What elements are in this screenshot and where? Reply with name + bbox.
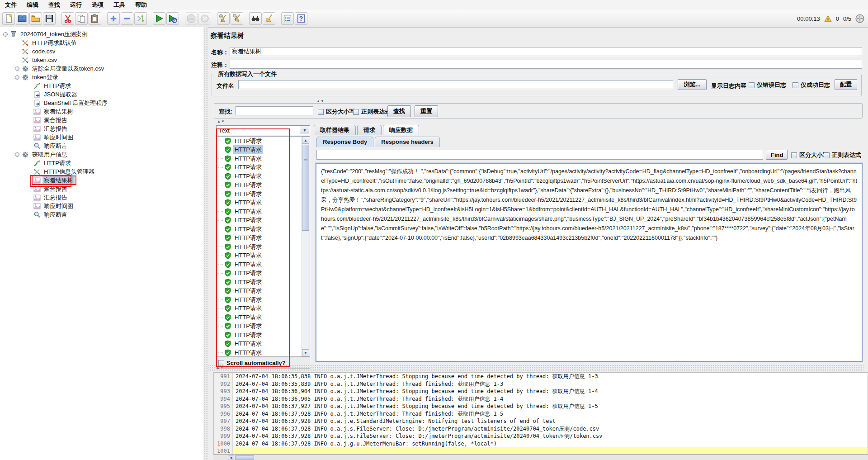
result-sample[interactable]: HTTP请求 <box>217 137 310 146</box>
menu-item[interactable]: 查找 <box>43 0 65 10</box>
toolbar-button[interactable] <box>231 12 243 25</box>
result-sample[interactable]: HTTP请求 <box>217 172 310 181</box>
scroll-up-icon[interactable]: ▲ <box>302 137 309 144</box>
response-body[interactable]: {"resCode":"200","resMsg":"操作成功！ ","resD… <box>316 163 863 362</box>
result-sample[interactable]: HTTP请求 <box>217 242 310 251</box>
splitter-editor-search[interactable]: ▲▼ <box>208 99 863 103</box>
log-horizontal-scrollbar[interactable]: ◀ <box>213 455 868 460</box>
tree-node[interactable]: 聚合报告 <box>0 185 203 193</box>
expander-handle-icon[interactable] <box>2 30 9 38</box>
response-subtab[interactable]: Response headers <box>375 137 440 147</box>
toolbar-button[interactable] <box>121 12 133 25</box>
main-splitter[interactable] <box>203 27 208 460</box>
result-sample[interactable]: HTTP请求 <box>217 163 310 172</box>
viewer-tab[interactable]: 请求 <box>357 125 382 135</box>
tree-node[interactable]: 汇总报告 <box>0 124 203 133</box>
result-sample[interactable]: HTTP请求 <box>217 331 310 340</box>
result-sample[interactable]: HTTP请求 <box>217 304 310 313</box>
tree-node[interactable]: HTTP请求 <box>0 159 203 167</box>
regex-checkbox[interactable]: 正则表达式 <box>353 108 391 116</box>
tree-node[interactable]: JSON提取器 <box>0 90 203 99</box>
tree-node[interactable]: BeanShell 后置处理程序 <box>0 99 203 107</box>
find-input[interactable] <box>316 150 763 160</box>
tree-node[interactable]: token.csv <box>0 56 203 64</box>
tree-node[interactable]: 察看结果树 <box>0 176 203 185</box>
configure-button[interactable]: 配置 <box>835 79 857 90</box>
splitter-arrows-icon[interactable]: ▲▼ <box>216 365 224 370</box>
browse-button[interactable]: 浏览... <box>678 79 707 90</box>
result-sample[interactable]: HTTP请求 <box>217 199 310 208</box>
toolbar-button[interactable] <box>134 12 147 25</box>
toolbar-button[interactable] <box>185 12 198 25</box>
errors-only-checkbox[interactable]: 仅错误日志 <box>749 81 786 89</box>
success-only-checkbox[interactable]: 仅成功日志 <box>793 81 830 89</box>
menu-item[interactable]: 工具 <box>108 0 130 10</box>
tree-node[interactable]: 聚合报告 <box>0 116 203 124</box>
toolbar-button[interactable] <box>198 12 211 25</box>
search-reset-button[interactable]: 重置 <box>415 105 438 117</box>
menu-item[interactable]: 选项 <box>87 0 108 10</box>
expander-handle-icon[interactable] <box>14 73 21 81</box>
result-sample[interactable]: HTTP请求 <box>217 260 310 269</box>
comment-input[interactable] <box>230 60 862 69</box>
result-sample[interactable]: HTTP请求 <box>217 322 310 331</box>
result-sample[interactable]: HTTP请求 <box>217 313 310 322</box>
tree-node[interactable]: 察看结果树 <box>0 107 203 116</box>
splitter-arrows-icon[interactable]: ▲▼ <box>217 119 225 124</box>
toolbar-button[interactable] <box>2 12 15 25</box>
result-sample[interactable]: HTTP请求 <box>217 269 310 278</box>
result-sample[interactable]: HTTP请求 <box>217 190 310 199</box>
scrollbar-thumb[interactable] <box>302 145 309 231</box>
toolbar-button[interactable] <box>16 12 28 25</box>
toolbar-button[interactable] <box>153 12 165 25</box>
tree-node[interactable]: 清除全局变量以及token.csv <box>0 64 203 73</box>
toolbar-button[interactable] <box>217 12 230 25</box>
result-sample[interactable]: HTTP请求 <box>217 295 310 304</box>
result-sample[interactable]: HTTP请求 <box>217 216 310 225</box>
search-find-button[interactable]: 查找 <box>387 105 411 117</box>
toolbar-button[interactable] <box>43 12 56 25</box>
toolbar-button[interactable] <box>295 12 307 25</box>
toolbar-button[interactable] <box>166 12 179 25</box>
tree-node[interactable]: HTTP请求 <box>0 81 203 90</box>
find-case-checkbox[interactable]: 区分大小写 <box>791 151 829 159</box>
toolbar-button[interactable] <box>75 12 88 25</box>
filename-input[interactable] <box>238 80 673 89</box>
result-sample[interactable]: HTTP请求 <box>217 146 310 155</box>
case-sensitive-checkbox[interactable]: 区分大小写 <box>318 108 355 116</box>
result-sample[interactable]: HTTP请求 <box>217 278 310 287</box>
result-sample[interactable]: HTTP请求 <box>217 287 310 296</box>
toolbar-button[interactable] <box>281 12 294 25</box>
scroll-down-icon[interactable]: ▼ <box>302 349 309 356</box>
expander-handle-icon[interactable] <box>14 64 21 73</box>
tree-node[interactable]: HTTP请求默认值 <box>0 38 203 47</box>
tree-node[interactable]: HTTP信息头管理器 <box>0 167 203 176</box>
viewer-tab[interactable]: 响应数据 <box>383 125 419 135</box>
expander-handle-icon[interactable] <box>14 150 21 159</box>
result-sample[interactable]: HTTP请求 <box>217 234 310 243</box>
menu-item[interactable]: 文件 <box>0 0 22 10</box>
chevron-down-icon[interactable]: ▼ <box>300 126 309 134</box>
result-sample[interactable]: HTTP请求 <box>217 251 310 261</box>
tree-node[interactable]: 响应断言 <box>0 142 203 150</box>
result-sample[interactable]: HTTP请求 <box>217 348 310 357</box>
viewer-tab[interactable]: 取样器结果 <box>314 125 356 135</box>
splitter-log[interactable]: ▲▼ <box>208 365 863 371</box>
find-button[interactable]: Find <box>766 150 788 160</box>
menu-item[interactable]: 运行 <box>65 0 87 10</box>
warning-icon[interactable] <box>824 15 832 23</box>
tree-node[interactable]: 响应时间图 <box>0 133 203 142</box>
result-sample[interactable]: HTTP请求 <box>217 225 310 234</box>
tree-node[interactable]: 20240704_token压测案例 <box>0 30 203 38</box>
search-input[interactable] <box>236 106 313 115</box>
name-input[interactable] <box>230 47 862 56</box>
menu-item[interactable]: 帮助 <box>130 0 152 10</box>
scrollbar-thumb[interactable] <box>235 455 254 460</box>
toolbar-button[interactable] <box>107 12 120 25</box>
toolbar-button[interactable] <box>61 12 74 25</box>
renderer-select[interactable]: Text ▼ <box>216 125 310 135</box>
menu-item[interactable]: 编辑 <box>22 0 43 10</box>
tree-node[interactable]: token登录 <box>0 73 203 81</box>
tree-node[interactable]: 响应时间图 <box>0 202 203 210</box>
result-sample[interactable]: HTTP请求 <box>217 207 310 216</box>
